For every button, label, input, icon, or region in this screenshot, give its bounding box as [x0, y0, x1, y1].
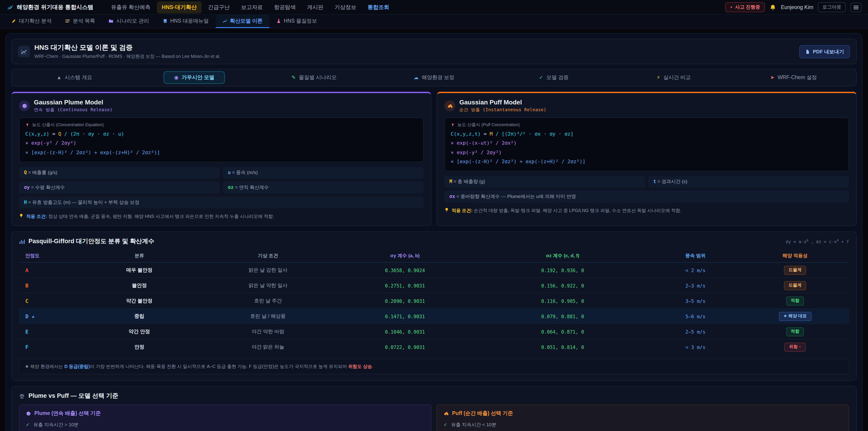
pasquill-gifford-card: Pasquill-Gifford 대기안정도 분류 및 확산계수 σy = a·… [11, 232, 857, 380]
section-tab-model-validation[interactable]: ✓모델 검증 [529, 71, 579, 84]
incident-status-badge[interactable]: ● 사고 진행중 [725, 2, 765, 12]
gaussian-puff-card: Gaussian Puff Model 순간 방출 (Instantaneous… [437, 92, 857, 226]
param-key: σz [228, 184, 234, 190]
plume-params: Q = 배출률 (g/s)u = 풍속 (m/s)σy = 수평 확산계수σz … [19, 167, 424, 208]
nav-item-weather-info[interactable]: 기상정보 [330, 1, 361, 13]
subtab-scenario-management[interactable]: 시나리오 관리 [102, 15, 156, 28]
subtab-label: HNS 대응매뉴얼 [170, 18, 209, 24]
subtab-diffusion-model-theory[interactable]: 확산모델 이론 [215, 15, 269, 28]
param-desc: = 배출률 (g/s) [27, 170, 57, 175]
grade-cell: F [19, 339, 77, 355]
app-logo[interactable]: 해양환경 위기대응 통합시스템 [6, 3, 93, 11]
equation-part: × [exp(-(z-H)² / 2σz²) + exp(-(z+H)² / 2… [451, 159, 585, 164]
class-cell: 약간 안정 [77, 324, 202, 339]
class-cell: 중립 [77, 308, 202, 324]
suitability-badge: 적합 [786, 296, 804, 305]
nav-item-board[interactable]: 게시판 [302, 1, 328, 13]
model-cards: Gaussian Plume Model 연속 방출 (Continuous R… [11, 92, 857, 226]
sigma-y-cell: 0.1046, 0.9031 [334, 324, 475, 339]
section-tab-label: WRF-Chem 설정 [778, 74, 817, 81]
page-subtitle: WRF-Chem · Gaussian Plume/Puff · ROMS · … [34, 53, 220, 60]
section-tab-label: 해양환경 보정 [422, 74, 454, 81]
section-tab-cell: ▲시스템 개요 [14, 71, 134, 84]
subtab-analysis-list[interactable]: 분석 목록 [58, 15, 102, 28]
nav-item-oil-spill-prediction[interactable]: 유출유 확산예측 [106, 1, 156, 13]
table-card-title: Pasquill-Gifford 대기안정도 분류 및 확산계수 [29, 237, 154, 245]
bar-chart-icon [19, 239, 25, 244]
puff-equation-line-0: C(x,y,z,t) = M / [(2π)³/² · σx · σy · σz… [451, 130, 843, 139]
folder-icon [109, 19, 114, 24]
subtab-label: 시나리오 관리 [116, 18, 149, 24]
param-key: H [24, 199, 27, 205]
section-tab-marine-correction[interactable]: ☁해양환경 보정 [403, 71, 465, 84]
suitability-cell: ★ 해양 대표 [741, 308, 849, 324]
plume-criteria-list: ✓유출 지속시간 > 10분✓탱크 균열/배관 파손 — 지속적 누출✓풍속 ≥… [26, 420, 425, 431]
suitability-badge: 적합 [786, 327, 804, 336]
formula-part: , σz = c·x [808, 239, 837, 244]
rocket-icon: ➤ [770, 75, 774, 80]
suitability-badge: 드물게 [784, 281, 806, 290]
puff-equation-line-3: × [exp(-(z-H)² / 2σz²) + exp(-(z+H)² / 2… [451, 157, 843, 166]
wind-range-cell: 2–5 m/s [650, 324, 741, 339]
section-tab-system-overview[interactable]: ▲시스템 개요 [46, 71, 103, 84]
notification-bell-icon[interactable] [770, 4, 776, 11]
criteria-item: ✓유출 지속시간 > 10분 [26, 420, 425, 429]
puff-card-title: Gaussian Puff Model [459, 98, 546, 106]
equation-part: C(x,y,z,t) [451, 131, 480, 137]
wind-range-cell: < 3 m/s [650, 339, 741, 355]
equation-part: × exp(-y² / 2σy²) [451, 149, 502, 155]
section-tab-realtime-comparison[interactable]: ⚡실시간 비교 [646, 71, 701, 84]
equation-part: = [49, 131, 58, 137]
subtab-label: HNS 물질정보 [284, 18, 317, 24]
sigma-z-cell: 0.051, 0.814, 0 [475, 339, 650, 355]
list-icon [65, 19, 70, 24]
page-header-text: HNS 대기확산 모델 이론 및 검증 WRF-Chem · Gaussian … [34, 43, 220, 60]
nav-item-emergency-rescue[interactable]: 긴급구난 [203, 1, 235, 13]
section-tab-gaussian-model[interactable]: ◉가우시안 모델 [164, 71, 225, 84]
puff-criteria-list: ✓유출 지속시간 < 10분✓탱크 폭발/BLEVE — 순간 방출✓증발 변화… [443, 420, 842, 431]
check-icon: ✓ [26, 420, 30, 429]
subtab-hns-substance-info[interactable]: HNS 물질정보 [270, 15, 324, 28]
formula-part: σy = a·x [786, 239, 807, 244]
puff-card-head: Gaussian Puff Model 순간 방출 (Instantaneous… [444, 98, 849, 113]
section-tab-substance-scenarios[interactable]: ✎물질별 시나리오 [281, 71, 347, 84]
equation-part: C(x,y,z) [25, 131, 49, 137]
subtab-atmospheric-analysis[interactable]: 대기확산 분석 [4, 15, 58, 28]
column-header: 풍속 범위 [650, 249, 741, 263]
user-name[interactable]: Eunjeong Kim [781, 4, 813, 10]
wind-range-cell: 2–3 m/s [650, 278, 741, 293]
subtab-label: 대기확산 분석 [19, 18, 52, 24]
grade-cell: B [19, 278, 77, 293]
nav-item-aerial-search[interactable]: 항공탐색 [269, 1, 301, 13]
column-header: σz 계수 (c, d, f) [475, 249, 650, 263]
page-header-left: HNS 대기확산 모델 이론 및 검증 WRF-Chem · Gaussian … [18, 43, 220, 60]
puff-criteria-panel: Puff (순간 배출) 선택 기준 ✓유출 지속시간 < 10분✓탱크 폭발/… [437, 405, 849, 431]
nav-item-reports[interactable]: 보고자료 [236, 1, 268, 13]
grade-cell: C [19, 293, 77, 308]
status-dot-icon: ● [730, 5, 733, 9]
column-header: 해양 적용성 [741, 249, 849, 263]
pencil-icon [11, 19, 16, 24]
sigma-y-cell: 0.0722, 0.9031 [334, 339, 475, 355]
suitability-badge: ★ 해양 대표 [779, 312, 811, 321]
section-tab-label: 가우시안 모델 [182, 74, 214, 81]
nav-item-integrated-search[interactable]: 통합조회 [363, 1, 394, 13]
section-tab-wrf-chem-settings[interactable]: ➤WRF-Chem 설정 [760, 71, 827, 84]
subtab-hns-response-manual[interactable]: HNS 대응매뉴얼 [156, 15, 215, 28]
page-header: HNS 대기확산 모델 이론 및 검증 WRF-Chem · Gaussian … [11, 39, 857, 64]
incident-badge-label: 사고 진행중 [735, 4, 760, 10]
plume-card-head: Gaussian Plume Model 연속 방출 (Continuous R… [19, 98, 424, 113]
plume-equation-label-row: 농도 산출식 (Concentration Equation) [25, 122, 417, 128]
criteria-text: 탱크 폭발/BLEVE — 순간 방출 [451, 429, 516, 431]
section-tab-cell: ➤WRF-Chem 설정 [734, 71, 854, 84]
class-cell: 안정 [77, 339, 202, 355]
logout-button[interactable]: 로그아웃 [818, 2, 846, 12]
nav-item-hns-atmospheric[interactable]: HNS·대기확산 [157, 1, 202, 13]
check-icon: ✓ [539, 75, 543, 80]
grade-cell: E [19, 324, 77, 339]
footnote-part: . [372, 364, 373, 369]
section-tab-cell: ✓모델 검증 [494, 71, 614, 84]
pdf-export-button[interactable]: PDF 내보내기 [799, 45, 850, 58]
menu-icon[interactable] [850, 2, 862, 12]
param-key: Q [24, 170, 27, 175]
